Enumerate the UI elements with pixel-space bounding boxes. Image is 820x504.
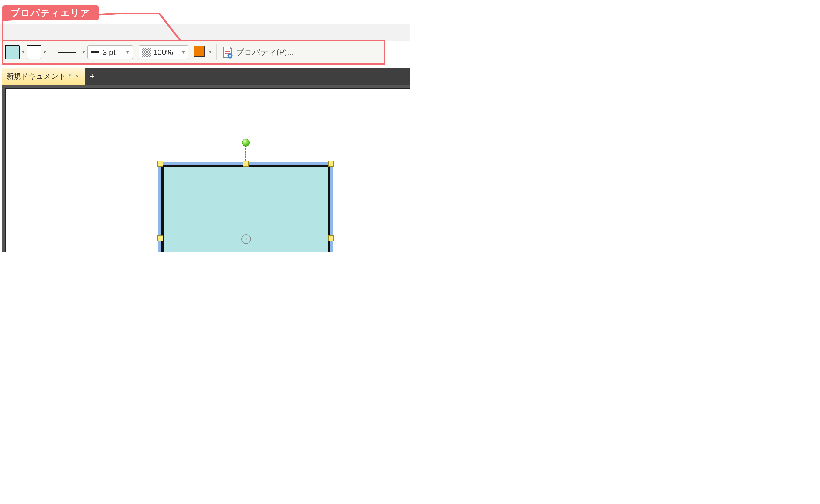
selection-bounding-box[interactable] bbox=[158, 162, 333, 252]
opacity-combo[interactable]: 100% ▼ bbox=[138, 45, 188, 59]
svg-point-4 bbox=[229, 55, 231, 57]
toolbar-separator bbox=[135, 44, 136, 60]
properties-button[interactable]: プロパティ(P)... bbox=[219, 45, 295, 60]
document-tab-active[interactable]: 新規ドキュメント * × bbox=[2, 68, 85, 85]
properties-label: プロパティ(P)... bbox=[236, 47, 293, 58]
opacity-checker-icon bbox=[141, 48, 150, 57]
line-weight-combo[interactable]: 3 pt ▼ bbox=[87, 45, 133, 59]
centroid-marker[interactable] bbox=[242, 234, 251, 244]
arrange-layer-swatch[interactable] bbox=[194, 46, 207, 59]
rotation-connector bbox=[245, 145, 246, 161]
chevron-down-icon: ▼ bbox=[125, 50, 129, 55]
add-tab-button[interactable]: + bbox=[85, 68, 99, 85]
chevron-down-icon: ▼ bbox=[181, 50, 185, 55]
line-weight-value: 3 pt bbox=[102, 48, 122, 57]
line-style-dropdown[interactable]: ▼ bbox=[81, 50, 87, 54]
document-tab-name: 新規ドキュメント bbox=[7, 71, 66, 81]
line-color-swatch[interactable] bbox=[27, 45, 41, 59]
toolbar-separator bbox=[216, 44, 217, 60]
fill-color-dropdown[interactable]: ▼ bbox=[20, 50, 26, 54]
opacity-value: 100% bbox=[153, 48, 179, 57]
line-style-preview bbox=[58, 52, 76, 53]
arrange-dropdown[interactable]: ▼ bbox=[207, 50, 213, 54]
annotation-label: プロパティエリア bbox=[11, 7, 90, 19]
resize-handle-top-left[interactable] bbox=[157, 161, 163, 167]
canvas-frame bbox=[2, 85, 410, 252]
plus-icon: + bbox=[90, 71, 95, 81]
property-toolbar: ▼ ▼ ▼ 3 pt ▼ 100% ▼ ▼ bbox=[2, 40, 385, 65]
resize-handle-top-right[interactable] bbox=[328, 161, 334, 167]
close-tab-button[interactable]: × bbox=[74, 72, 81, 80]
document-dirty-marker: * bbox=[68, 72, 72, 80]
line-style-button[interactable] bbox=[54, 46, 80, 59]
resize-handle-middle-right[interactable] bbox=[328, 235, 334, 241]
line-weight-preview bbox=[91, 51, 99, 53]
fill-color-swatch[interactable] bbox=[5, 45, 20, 59]
document-tab-bar: 新規ドキュメント * × + bbox=[2, 68, 410, 85]
toolbar-separator bbox=[191, 44, 191, 60]
line-color-dropdown[interactable]: ▼ bbox=[42, 50, 48, 54]
upper-toolbar-strip bbox=[0, 24, 410, 41]
rotation-handle[interactable] bbox=[242, 139, 250, 147]
resize-handle-top-middle[interactable] bbox=[243, 161, 249, 167]
annotation-callout: プロパティエリア bbox=[2, 5, 99, 20]
resize-handle-middle-left[interactable] bbox=[157, 235, 163, 241]
properties-icon bbox=[221, 46, 233, 59]
arrange-front-square bbox=[194, 46, 205, 57]
canvas[interactable] bbox=[5, 88, 410, 252]
toolbar-separator bbox=[51, 44, 51, 60]
